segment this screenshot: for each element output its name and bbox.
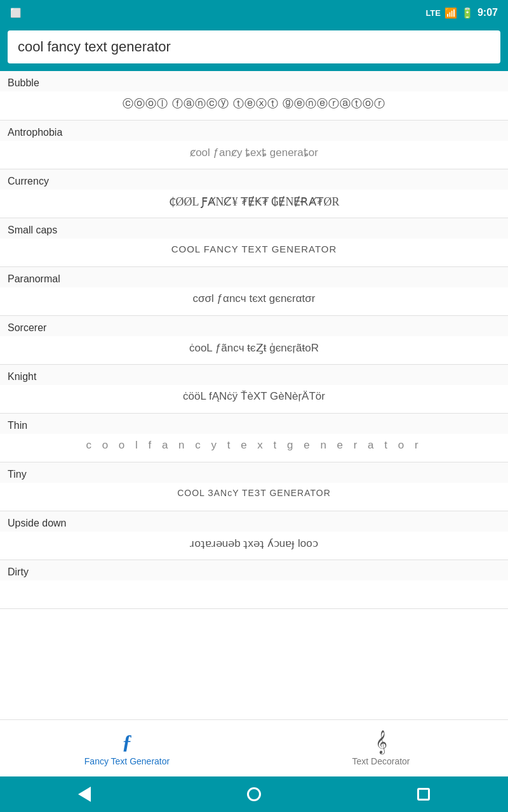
- music-note-icon: 𝄞: [375, 730, 387, 754]
- search-input[interactable]: [8, 30, 500, 63]
- style-text-bubble[interactable]: ⓒⓞⓞⓛ ⓕⓐⓝⓒⓨ ⓣⓔⓧⓣ ⓖⓔⓝⓔⓡⓐⓣⓞⓡ: [0, 91, 508, 120]
- status-right: LTE 📶 🔋 9:07: [425, 7, 498, 19]
- home-icon: [247, 787, 261, 801]
- status-bar: ⬜ LTE 📶 🔋 9:07: [0, 0, 508, 25]
- style-text-paranormal[interactable]: cσσl ƒαncч tєxt gєnєrαtσr: [0, 287, 508, 315]
- home-button[interactable]: [240, 780, 268, 808]
- style-text-knight[interactable]: ċööL fĄNċÿ ŤèXT GèNèŗÄTör: [0, 385, 508, 413]
- battery-icon: 🔋: [461, 7, 474, 19]
- android-nav: [0, 776, 508, 812]
- style-section-knight[interactable]: KnightċööL fĄNċÿ ŤèXT GèNèŗÄTör: [0, 365, 508, 414]
- style-text-dirty[interactable]: [0, 580, 508, 608]
- style-section-antrophobia[interactable]: Antrophobiaȼool ƒanȼy ȶexȶ generaȶor: [0, 121, 508, 169]
- status-left: ⬜: [10, 8, 21, 18]
- style-label-tiny: Tiny: [0, 462, 508, 483]
- style-label-knight: Knight: [0, 365, 508, 385]
- nav-text-decorator-label: Text Decorator: [352, 756, 410, 766]
- back-button[interactable]: [70, 780, 98, 808]
- style-text-small-caps[interactable]: COOL FANCY TEXT GENERATOR: [0, 239, 508, 266]
- style-label-paranormal: Paranormal: [0, 267, 508, 287]
- search-bar: [0, 25, 508, 71]
- style-text-currency[interactable]: ₵ØØL ƑȺNȻ¥ ₮Ɇ₭₮ ₲ɆNɆɌȺ₮ØR: [0, 190, 508, 218]
- fancy-f-icon: ƒ: [122, 730, 132, 754]
- style-text-antrophobia[interactable]: ȼool ƒanȼy ȶexȶ generaȶor: [0, 141, 508, 169]
- style-label-sorcerer: Sorcerer: [0, 316, 508, 336]
- nav-fancy-text[interactable]: ƒ Fancy Text Generator: [0, 725, 254, 771]
- style-label-upside-down: Upside down: [0, 511, 508, 532]
- style-section-tiny[interactable]: TinyCOOL ЗANcY TEЗT GENERATOR: [0, 462, 508, 511]
- style-label-small-caps: Small caps: [0, 218, 508, 239]
- style-section-thin[interactable]: Thinc o o l f a n c y t e x t g e n e r …: [0, 414, 508, 462]
- style-section-currency[interactable]: Currency₵ØØL ƑȺNȻ¥ ₮Ɇ₭₮ ₲ɆNɆɌȺ₮ØR: [0, 169, 508, 218]
- back-icon: [78, 787, 91, 802]
- style-label-thin: Thin: [0, 414, 508, 434]
- style-section-bubble[interactable]: Bubbleⓒⓞⓞⓛ ⓕⓐⓝⓒⓨ ⓣⓔⓧⓣ ⓖⓔⓝⓔⓡⓐⓣⓞⓡ: [0, 71, 508, 121]
- style-section-dirty[interactable]: Dirty: [0, 560, 508, 609]
- recent-button[interactable]: [410, 780, 438, 808]
- style-text-thin[interactable]: c o o l f a n c y t e x t g e n e r a t …: [0, 434, 508, 462]
- signal-icon: 📶: [444, 7, 457, 19]
- style-label-currency: Currency: [0, 169, 508, 190]
- nav-text-decorator[interactable]: 𝄞 Text Decorator: [254, 725, 508, 771]
- lte-icon: LTE: [425, 8, 441, 18]
- style-label-dirty: Dirty: [0, 560, 508, 580]
- app-icon: ⬜: [10, 8, 21, 18]
- clock: 9:07: [478, 7, 498, 18]
- style-section-upside-down[interactable]: Upside downɹoʇɐɹǝuǝb ʇxǝʇ ʎɔuɐɟ looɔ: [0, 511, 508, 560]
- style-section-sorcerer[interactable]: SorcererċooL ƒãncч ŧєȤŧ ģєnєŗãŧoR: [0, 316, 508, 365]
- bottom-nav: ƒ Fancy Text Generator 𝄞 Text Decorator: [0, 719, 508, 776]
- style-label-antrophobia: Antrophobia: [0, 121, 508, 141]
- style-text-tiny[interactable]: COOL ЗANcY TEЗT GENERATOR: [0, 483, 508, 511]
- style-section-small-caps[interactable]: Small capsCOOL FANCY TEXT GENERATOR: [0, 218, 508, 267]
- recent-icon: [417, 788, 430, 801]
- style-section-paranormal[interactable]: Paranormalcσσl ƒαncч tєxt gєnєrαtσr: [0, 267, 508, 316]
- style-label-bubble: Bubble: [0, 71, 508, 91]
- style-text-sorcerer[interactable]: ċooL ƒãncч ŧєȤŧ ģєnєŗãŧoR: [0, 336, 508, 364]
- style-text-upside-down[interactable]: ɹoʇɐɹǝuǝb ʇxǝʇ ʎɔuɐɟ looɔ: [0, 532, 508, 560]
- content-area: Bubbleⓒⓞⓞⓛ ⓕⓐⓝⓒⓨ ⓣⓔⓧⓣ ⓖⓔⓝⓔⓡⓐⓣⓞⓡAntrophob…: [0, 71, 508, 719]
- nav-fancy-text-label: Fancy Text Generator: [84, 756, 170, 766]
